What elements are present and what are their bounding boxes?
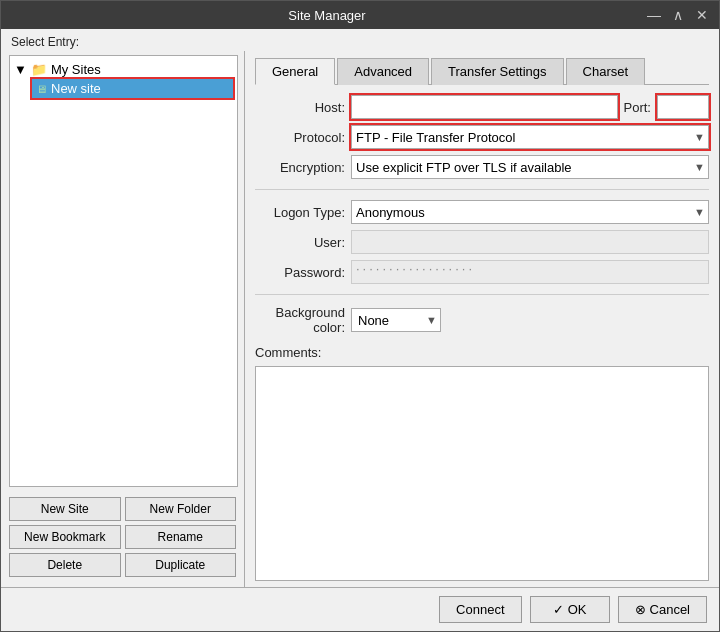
- left-panel: ▼ 📁 My Sites 🖥 New site New Site New Fol…: [1, 51, 245, 587]
- password-input: ··················: [351, 260, 709, 284]
- ok-icon: ✓: [553, 602, 564, 617]
- logon-type-select[interactable]: Anonymous Normal Ask for password Intera…: [351, 200, 709, 224]
- minimize-button[interactable]: —: [645, 7, 663, 23]
- new-bookmark-button[interactable]: New Bookmark: [9, 525, 121, 549]
- duplicate-button[interactable]: Duplicate: [125, 553, 237, 577]
- separator-1: [255, 189, 709, 190]
- ok-button[interactable]: ✓ OK: [530, 596, 610, 623]
- new-site-button[interactable]: New Site: [9, 497, 121, 521]
- ok-label: OK: [568, 602, 587, 617]
- folder-icon: 📁: [31, 62, 47, 77]
- new-site-tree-item[interactable]: 🖥 New site: [32, 79, 233, 98]
- encryption-select-wrapper: Use explicit FTP over TLS if available O…: [351, 155, 709, 179]
- bg-color-label: Background color:: [255, 305, 345, 335]
- host-label: Host:: [255, 100, 345, 115]
- encryption-select[interactable]: Use explicit FTP over TLS if available O…: [351, 155, 709, 179]
- protocol-label: Protocol:: [255, 130, 345, 145]
- protocol-row: Protocol: FTP - File Transfer Protocol S…: [255, 125, 709, 149]
- protocol-select[interactable]: FTP - File Transfer Protocol SFTP - SSH …: [351, 125, 709, 149]
- expand-icon: ▼: [14, 62, 27, 77]
- bottom-bar: Connect ✓ OK ⊗ Cancel: [1, 587, 719, 631]
- rename-button[interactable]: Rename: [125, 525, 237, 549]
- cancel-button[interactable]: ⊗ Cancel: [618, 596, 707, 623]
- new-folder-button[interactable]: New Folder: [125, 497, 237, 521]
- host-row: Host: Port:: [255, 95, 709, 119]
- tabs: General Advanced Transfer Settings Chars…: [255, 57, 709, 85]
- connect-button[interactable]: Connect: [439, 596, 521, 623]
- bg-color-row: Background color: None Red Green Blue Ye…: [255, 305, 709, 335]
- password-label: Password:: [255, 265, 345, 280]
- comments-input[interactable]: [255, 366, 709, 581]
- left-buttons: New Site New Folder New Bookmark Rename …: [1, 491, 244, 587]
- close-button[interactable]: ✕: [693, 7, 711, 23]
- delete-button[interactable]: Delete: [9, 553, 121, 577]
- bg-color-select[interactable]: None Red Green Blue Yellow: [351, 308, 441, 332]
- connect-label: Connect: [456, 602, 504, 617]
- logon-type-select-wrapper: Anonymous Normal Ask for password Intera…: [351, 200, 709, 224]
- port-label: Port:: [624, 100, 651, 115]
- bg-color-select-wrapper: None Red Green Blue Yellow ▼: [351, 308, 441, 332]
- titlebar: Site Manager — ∧ ✕: [1, 1, 719, 29]
- tab-charset[interactable]: Charset: [566, 58, 646, 85]
- user-label: User:: [255, 235, 345, 250]
- cancel-label: Cancel: [650, 602, 690, 617]
- tab-advanced[interactable]: Advanced: [337, 58, 429, 85]
- my-sites-folder[interactable]: ▼ 📁 My Sites: [14, 60, 233, 79]
- titlebar-controls: — ∧ ✕: [645, 7, 711, 23]
- site-label: New site: [51, 81, 101, 96]
- form-area: Host: Port: Protocol: FTP - File Transfe…: [255, 95, 709, 581]
- user-input: [351, 230, 709, 254]
- port-input[interactable]: [657, 95, 709, 119]
- tree-area: ▼ 📁 My Sites 🖥 New site: [9, 55, 238, 487]
- site-manager-dialog: Site Manager — ∧ ✕ Select Entry: ▼ 📁 My …: [0, 0, 720, 632]
- select-entry-label: Select Entry:: [1, 29, 719, 51]
- separator-2: [255, 294, 709, 295]
- password-row: Password: ··················: [255, 260, 709, 284]
- cancel-icon: ⊗: [635, 602, 646, 617]
- site-icon: 🖥: [36, 83, 47, 95]
- user-row: User:: [255, 230, 709, 254]
- maximize-button[interactable]: ∧: [669, 7, 687, 23]
- comments-label: Comments:: [255, 345, 709, 360]
- logon-type-label: Logon Type:: [255, 205, 345, 220]
- tab-transfer-settings[interactable]: Transfer Settings: [431, 58, 564, 85]
- tree-children: 🖥 New site: [32, 79, 233, 98]
- encryption-row: Encryption: Use explicit FTP over TLS if…: [255, 155, 709, 179]
- right-panel: General Advanced Transfer Settings Chars…: [245, 51, 719, 587]
- tab-general[interactable]: General: [255, 58, 335, 85]
- host-input[interactable]: [351, 95, 618, 119]
- folder-label: My Sites: [51, 62, 101, 77]
- main-content: ▼ 📁 My Sites 🖥 New site New Site New Fol…: [1, 51, 719, 587]
- dialog-title: Site Manager: [9, 8, 645, 23]
- encryption-label: Encryption:: [255, 160, 345, 175]
- logon-type-row: Logon Type: Anonymous Normal Ask for pas…: [255, 200, 709, 224]
- protocol-select-wrapper: FTP - File Transfer Protocol SFTP - SSH …: [351, 125, 709, 149]
- dialog-body: Select Entry: ▼ 📁 My Sites 🖥 New site: [1, 29, 719, 631]
